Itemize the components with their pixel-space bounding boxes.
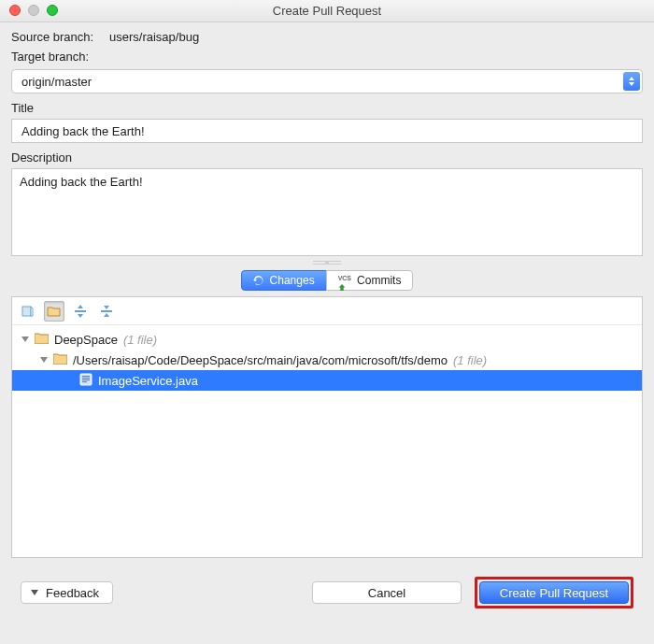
titlebar: Create Pull Request (0, 0, 654, 22)
title-label: Title (11, 101, 643, 115)
svg-rect-1 (75, 310, 86, 312)
description-value: Adding back the Earth! (20, 175, 143, 189)
tab-group: Changes VCS Commits (11, 270, 643, 291)
svg-rect-7 (82, 381, 87, 382)
target-branch-selected: origin/master (21, 75, 92, 89)
feedback-button[interactable]: Feedback (21, 581, 113, 604)
refresh-icon (253, 275, 264, 286)
svg-rect-6 (82, 379, 90, 380)
cancel-label: Cancel (368, 586, 405, 600)
title-input[interactable]: Adding back the Earth! (11, 119, 643, 143)
tree-file-row[interactable]: ImageService.java (12, 370, 642, 391)
tree-root-meta: (1 file) (123, 333, 157, 347)
minimize-window-button (28, 5, 39, 16)
close-window-button[interactable] (9, 5, 21, 16)
description-input[interactable]: Adding back the Earth! (11, 168, 643, 256)
source-branch-value: users/raisap/bug (109, 30, 199, 44)
toolbar-expand-icon[interactable] (70, 301, 91, 322)
dialog-footer: Feedback Cancel Create Pull Request (11, 577, 643, 608)
svg-rect-2 (101, 310, 112, 312)
toolbar-collapse-icon[interactable] (96, 301, 117, 322)
svg-rect-4 (82, 376, 90, 377)
tab-changes-label: Changes (270, 274, 315, 287)
target-branch-label: Target branch: (11, 50, 89, 64)
highlight-annotation: Create Pull Request (475, 577, 633, 608)
title-value: Adding back the Earth! (21, 124, 145, 138)
source-branch-row: Source branch: users/raisap/bug (11, 30, 643, 44)
create-pull-request-button[interactable]: Create Pull Request (479, 581, 629, 604)
toolbar-changelist-icon[interactable] (18, 301, 38, 322)
feedback-label: Feedback (46, 586, 99, 600)
splitter-grip-icon (313, 261, 341, 265)
changes-tree[interactable]: DeepSpace (1 file) /Users/raisap/Code/De… (12, 325, 642, 394)
changes-panel: DeepSpace (1 file) /Users/raisap/Code/De… (11, 296, 643, 558)
window-controls (9, 5, 58, 16)
tab-commits-label: Commits (357, 274, 401, 287)
tree-dir-meta: (1 file) (453, 353, 487, 367)
source-branch-label: Source branch: (11, 30, 109, 44)
chevron-down-icon[interactable] (21, 336, 29, 342)
tree-root-row[interactable]: DeepSpace (1 file) (12, 329, 642, 350)
project-folder-icon (35, 332, 49, 347)
tab-changes[interactable]: Changes (241, 270, 326, 291)
toolbar-group-by-dir-icon[interactable] (44, 301, 64, 322)
cancel-button[interactable]: Cancel (312, 581, 462, 604)
window-title: Create Pull Request (0, 4, 654, 18)
svg-rect-5 (82, 378, 90, 379)
tree-file-name: ImageService.java (98, 374, 198, 388)
target-branch-select[interactable]: origin/master (11, 69, 643, 93)
svg-rect-0 (22, 307, 31, 316)
java-file-icon (79, 373, 92, 389)
target-branch-row: Target branch: (11, 50, 643, 64)
select-stepper-icon[interactable] (623, 72, 640, 91)
folder-icon (53, 352, 67, 367)
description-label: Description (11, 150, 643, 165)
chevron-down-icon (31, 590, 38, 595)
splitter-handle[interactable] (11, 258, 643, 267)
dialog-content: Source branch: users/raisap/bug Target b… (0, 22, 654, 608)
changes-toolbar (12, 297, 642, 325)
tab-commits[interactable]: VCS Commits (326, 270, 414, 291)
tree-dir-row[interactable]: /Users/raisap/Code/DeepSpace/src/main/ja… (12, 350, 642, 370)
vcs-icon: VCS (338, 270, 351, 291)
zoom-window-button[interactable] (47, 5, 58, 16)
tree-root-name: DeepSpace (54, 333, 118, 347)
tree-dir-path: /Users/raisap/Code/DeepSpace/src/main/ja… (73, 353, 448, 367)
create-pr-label: Create Pull Request (500, 586, 608, 600)
chevron-down-icon[interactable] (40, 357, 48, 363)
